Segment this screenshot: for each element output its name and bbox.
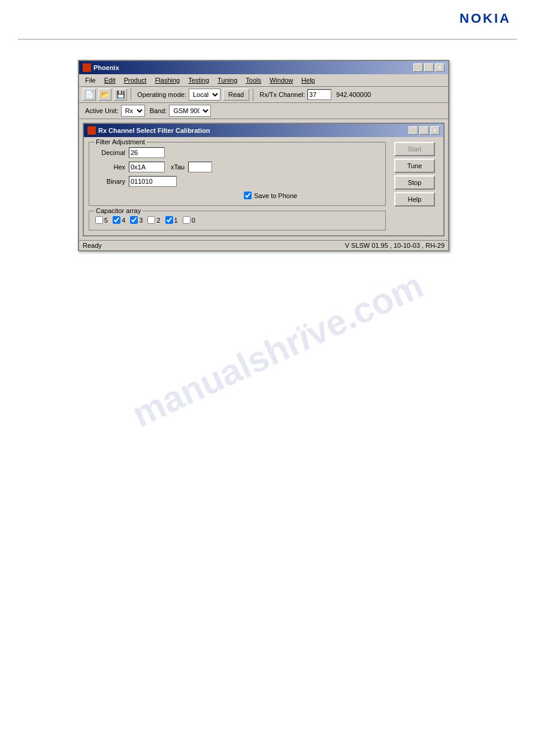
phoenix-title-left: Phoenix	[83, 63, 119, 72]
hex-input[interactable]	[129, 162, 165, 172]
binary-label: Binary	[95, 178, 125, 185]
menu-flashing[interactable]: Flashing	[152, 75, 184, 85]
phoenix-minimize-button[interactable]: _	[413, 63, 423, 72]
menu-tuning[interactable]: Tuning	[214, 75, 241, 85]
binary-input[interactable]	[129, 176, 177, 187]
rx-tx-input[interactable]	[307, 89, 331, 100]
xtau-input[interactable]	[188, 162, 212, 172]
menu-tools[interactable]: Tools	[242, 75, 265, 85]
save-area: Save to Phone	[98, 192, 379, 199]
filter-adjustment-group: Filter Adjustment Decimal Hex xTau	[89, 142, 386, 206]
watermark: manualshrïve.com	[126, 265, 430, 435]
cap-label-5: 5	[104, 217, 108, 224]
status-right: V SLSW 01.95 , 10-10-03 , RH-29	[345, 242, 445, 249]
capacitor-array-group: Capacitor array 5 4 3	[89, 211, 386, 230]
rx-calibration-titlebar: Rx Channel Select Filter Calibration _ □…	[84, 124, 443, 137]
decimal-input[interactable]	[129, 147, 165, 158]
cap-bit-5: 5	[95, 216, 108, 224]
operating-mode-select[interactable]: Local	[189, 89, 220, 101]
active-unit-label: Active Unit:	[85, 107, 119, 114]
menu-file[interactable]: File	[81, 75, 99, 85]
cap-checkbox-1[interactable]	[165, 216, 173, 224]
cap-label-4: 4	[122, 217, 125, 224]
frequency-display: 942.400000	[336, 91, 371, 98]
save-to-phone-label: Save to Phone	[254, 192, 297, 199]
cap-bit-1: 1	[165, 216, 178, 224]
rx-calibration-title: Rx Channel Select Filter Calibration	[98, 127, 210, 134]
capacitor-array-title: Capacitor array	[94, 207, 143, 214]
toolbar-sep2	[253, 89, 253, 101]
rx-calibration-window: Rx Channel Select Filter Calibration _ □…	[83, 123, 445, 236]
rx-calibration-controls: _ □ ✕	[409, 126, 440, 135]
menu-window[interactable]: Window	[266, 75, 297, 85]
cap-checkbox-4[interactable]	[113, 216, 120, 224]
phoenix-icon	[83, 63, 91, 72]
phoenix-window: Phoenix _ □ ✕ File Edit Product Flashing…	[78, 60, 449, 251]
rx-tx-label: Rx/Tx Channel:	[259, 91, 305, 98]
cap-bit-4: 4	[113, 216, 125, 224]
left-panel: Filter Adjustment Decimal Hex xTau	[89, 142, 386, 230]
active-unit-select[interactable]: Rx	[121, 105, 145, 117]
rx-maximize-button[interactable]: □	[419, 126, 429, 135]
cap-checkbox-2[interactable]	[147, 216, 155, 224]
decimal-row: Decimal	[95, 147, 379, 158]
cap-bit-3: 3	[130, 216, 143, 224]
menu-testing[interactable]: Testing	[185, 75, 213, 85]
menu-edit[interactable]: Edit	[101, 75, 119, 85]
phoenix-close-button[interactable]: ✕	[435, 63, 445, 72]
stop-button[interactable]: Stop	[394, 175, 435, 190]
rx-minimize-button[interactable]: _	[409, 126, 418, 135]
menu-product[interactable]: Product	[120, 75, 150, 85]
operating-mode-label: Operating mode:	[137, 91, 186, 98]
nokia-logo: NOKIA	[460, 11, 511, 26]
status-bar: Ready V SLSW 01.95 , 10-10-03 , RH-29	[79, 240, 448, 250]
rx-close-button[interactable]: ✕	[430, 126, 440, 135]
cap-label-2: 2	[156, 217, 160, 224]
phoenix-maximize-button[interactable]: □	[424, 63, 434, 72]
decimal-label: Decimal	[95, 149, 125, 156]
cap-label-1: 1	[174, 217, 178, 224]
status-left: Ready	[83, 242, 102, 249]
open-button[interactable]: 📂	[98, 89, 111, 101]
filter-adjustment-title: Filter Adjustment	[94, 138, 147, 145]
phoenix-title: Phoenix	[93, 64, 119, 71]
menu-bar: File Edit Product Flashing Testing Tunin…	[79, 74, 448, 87]
xtau-label: xTau	[171, 163, 185, 171]
cap-bit-2: 2	[147, 216, 160, 224]
menu-help[interactable]: Help	[298, 75, 319, 85]
cap-checkbox-0[interactable]	[183, 216, 191, 224]
save-to-phone-checkbox[interactable]	[244, 192, 252, 199]
cap-checkbox-3[interactable]	[130, 216, 138, 224]
band-label: Band:	[150, 107, 167, 114]
toolbar-sep1	[131, 89, 131, 101]
phoenix-titlebar: Phoenix _ □ ✕	[79, 61, 448, 74]
tune-button[interactable]: Tune	[394, 159, 435, 173]
help-button[interactable]: Help	[394, 192, 435, 207]
top-divider	[18, 39, 517, 40]
toolbar-row1: 📄 📂 💾 Operating mode: Local Read Rx/Tx C…	[79, 87, 448, 103]
right-panel: Start Tune Stop Help	[391, 142, 439, 230]
cap-label-3: 3	[139, 217, 143, 224]
toolbar-row2: Active Unit: Rx Band: GSM 900	[79, 103, 448, 119]
rx-calibration-title-left: Rx Channel Select Filter Calibration	[87, 126, 210, 135]
rx-icon	[87, 126, 96, 135]
phoenix-window-controls: _ □ ✕	[413, 63, 445, 72]
hex-label: Hex	[95, 163, 125, 171]
cap-label-0: 0	[192, 217, 195, 224]
new-button[interactable]: 📄	[83, 89, 96, 101]
cap-bit-0: 0	[183, 216, 195, 224]
hex-row: Hex xTau	[95, 162, 379, 172]
start-button[interactable]: Start	[394, 142, 435, 156]
read-button[interactable]: Read	[223, 89, 249, 101]
rx-calibration-content: Filter Adjustment Decimal Hex xTau	[84, 137, 443, 235]
band-select[interactable]: GSM 900	[169, 105, 211, 117]
binary-row: Binary	[95, 176, 379, 187]
capacitor-checkboxes: 5 4 3 2	[95, 216, 379, 224]
cap-checkbox-5[interactable]	[95, 216, 103, 224]
save-button[interactable]: 💾	[114, 89, 127, 101]
